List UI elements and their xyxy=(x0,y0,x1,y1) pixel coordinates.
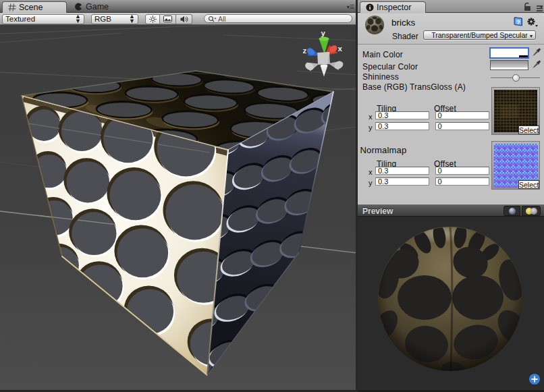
svg-text:?: ? xyxy=(516,18,520,26)
svg-text:x: x xyxy=(338,45,343,53)
svg-text:z: z xyxy=(303,47,307,55)
svg-text:y: y xyxy=(321,29,326,37)
